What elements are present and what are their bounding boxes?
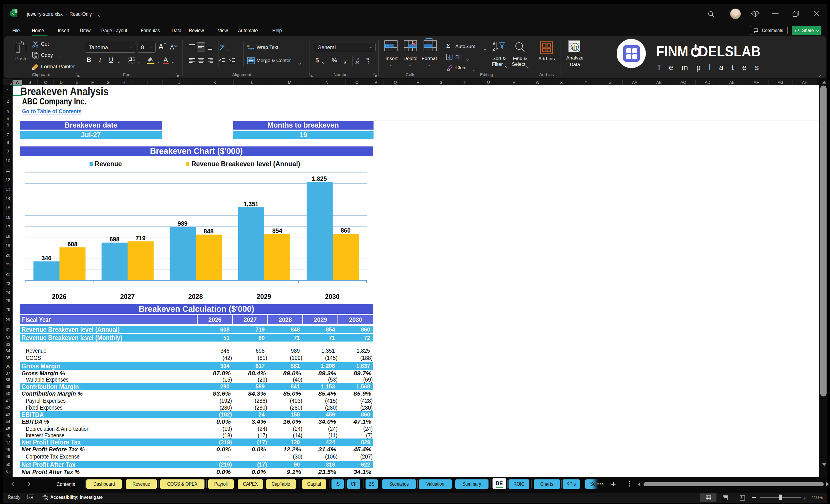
svg-text:ab: ab <box>220 44 223 48</box>
svg-text:Z: Z <box>492 46 495 52</box>
svg-text:.00: .00 <box>365 58 369 61</box>
svg-text:←0: ←0 <box>355 58 359 61</box>
svg-text:→0: →0 <box>365 61 370 64</box>
svg-text:A: A <box>492 41 496 46</box>
svg-text:ab: ab <box>247 44 251 48</box>
svg-text:.00: .00 <box>355 61 359 64</box>
